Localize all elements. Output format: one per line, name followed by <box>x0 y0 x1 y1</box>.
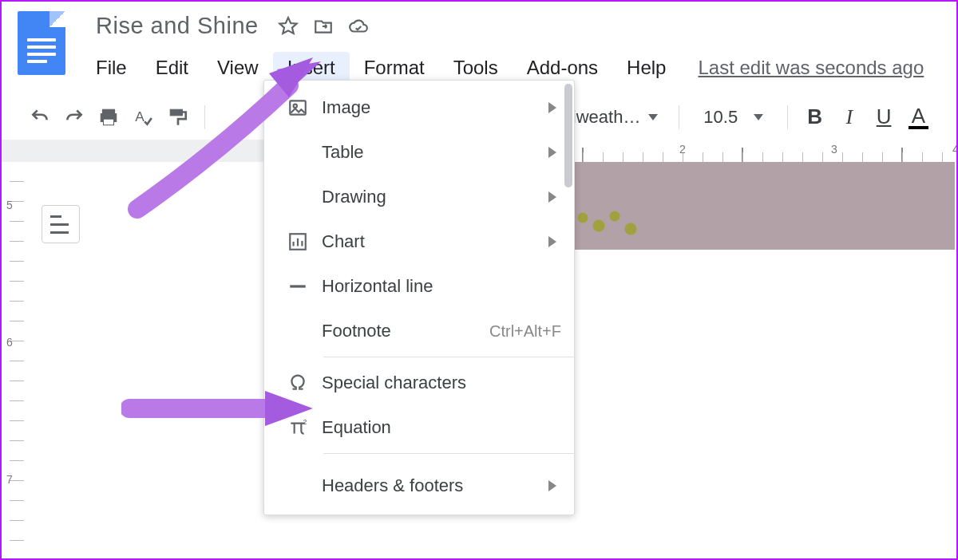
ruler-mark: 4 <box>952 143 956 156</box>
toolbar-separator <box>679 105 679 129</box>
keyboard-shortcut: Ctrl+Alt+F <box>489 322 561 341</box>
menu-tools[interactable]: Tools <box>439 52 513 84</box>
submenu-arrow-icon <box>548 480 556 491</box>
underline-button[interactable]: U <box>869 101 897 133</box>
last-edit-link[interactable]: Last edit was seconds ago <box>680 52 927 84</box>
chart-icon <box>282 231 314 252</box>
star-icon[interactable] <box>278 16 299 37</box>
menu-file[interactable]: File <box>91 52 141 84</box>
chevron-down-icon <box>648 114 658 120</box>
menu-label: Drawing <box>322 187 386 207</box>
menu-label: Footnote <box>322 321 391 341</box>
omega-icon <box>282 373 314 393</box>
menu-separator <box>323 357 574 357</box>
insert-horizontal-line[interactable]: Horizontal line <box>264 264 574 309</box>
insert-footnote[interactable]: Footnote Ctrl+Alt+F <box>264 309 574 353</box>
svg-rect-0 <box>102 109 114 113</box>
insert-table[interactable]: Table <box>264 130 574 175</box>
font-size-value: 10.5 <box>703 107 738 128</box>
ruler-mark: 7 <box>6 473 13 486</box>
spellcheck-button[interactable]: A <box>129 101 157 133</box>
submenu-arrow-icon <box>548 236 556 247</box>
document-title[interactable]: Rise and Shine <box>91 11 263 41</box>
insert-special-characters[interactable]: Special characters <box>264 361 574 405</box>
menu-label: Image <box>322 97 370 118</box>
menu-insert[interactable]: Insert <box>273 52 350 84</box>
cloud-status-icon[interactable] <box>348 16 369 37</box>
insert-image[interactable]: Image <box>264 85 574 130</box>
header-bar: Rise and Shine File Edit View Insert For… <box>2 2 956 84</box>
menu-bar: File Edit View Insert Format Tools Add-o… <box>91 52 940 84</box>
svg-text:2: 2 <box>303 418 307 426</box>
pi-icon: 2 <box>282 417 314 438</box>
undo-button[interactable] <box>26 101 53 133</box>
submenu-arrow-icon <box>548 191 556 203</box>
insert-headers-footers[interactable]: Headers & footers <box>264 457 574 515</box>
menu-view[interactable]: View <box>203 52 273 84</box>
svg-text:A: A <box>136 108 145 124</box>
menu-separator <box>323 453 574 454</box>
document-image <box>575 162 955 250</box>
menu-label: Equation <box>322 417 391 438</box>
horizontal-line-icon <box>282 276 314 297</box>
ruler-mark: 5 <box>6 199 13 211</box>
font-size-selector[interactable]: 10.5 <box>692 107 774 128</box>
print-button[interactable] <box>94 101 122 133</box>
menu-edit[interactable]: Edit <box>141 52 203 84</box>
svg-rect-4 <box>170 109 182 116</box>
docs-logo-icon[interactable] <box>18 11 65 75</box>
insert-drawing[interactable]: Drawing <box>264 175 574 219</box>
ruler-mark: 3 <box>831 143 837 156</box>
insert-equation[interactable]: 2 Equation <box>264 405 574 450</box>
paint-format-button[interactable] <box>164 101 192 133</box>
ruler-mark: 2 <box>679 143 686 156</box>
move-icon[interactable] <box>313 16 334 37</box>
italic-button[interactable]: I <box>835 101 863 133</box>
menu-label: Headers & footers <box>322 475 463 498</box>
outline-toggle-button[interactable] <box>42 205 80 243</box>
menu-help[interactable]: Help <box>612 52 680 84</box>
ruler-mark: 6 <box>6 336 13 349</box>
svg-point-6 <box>294 105 297 108</box>
menu-label: Special characters <box>322 373 466 393</box>
menu-label: Horizontal line <box>322 276 433 297</box>
menu-label: Chart <box>322 231 365 252</box>
image-icon <box>282 97 314 118</box>
bold-button[interactable]: B <box>801 101 829 133</box>
toolbar-separator <box>204 105 205 129</box>
menu-addons[interactable]: Add-ons <box>513 52 612 84</box>
vertical-ruler[interactable]: 5 6 7 <box>2 162 29 554</box>
chevron-down-icon <box>754 114 763 120</box>
submenu-arrow-icon <box>548 102 556 113</box>
submenu-arrow-icon <box>548 147 556 158</box>
redo-button[interactable] <box>60 101 88 133</box>
insert-chart[interactable]: Chart <box>264 219 574 264</box>
insert-menu-dropdown: Image Table Drawing Chart Horizontal lin… <box>263 80 575 515</box>
toolbar-separator <box>787 105 788 129</box>
svg-rect-2 <box>104 119 114 125</box>
menu-format[interactable]: Format <box>350 52 439 84</box>
menu-label: Table <box>322 142 364 163</box>
text-color-button[interactable]: A <box>905 101 932 133</box>
